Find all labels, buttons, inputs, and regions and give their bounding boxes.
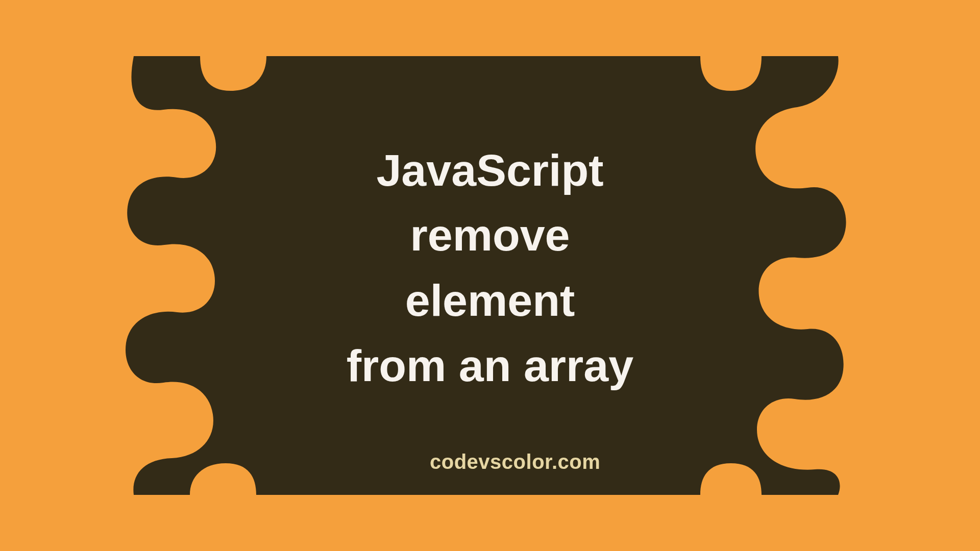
- banner-container: JavaScript remove element from an array …: [98, 56, 882, 495]
- title-line-3: element: [347, 268, 633, 333]
- title-line-4: from an array: [347, 333, 633, 398]
- content-wrapper: JavaScript remove element from an array …: [98, 56, 882, 495]
- title-line-2: remove: [347, 203, 633, 268]
- title-line-1: JavaScript: [347, 138, 633, 203]
- banner-title: JavaScript remove element from an array: [347, 138, 633, 398]
- site-attribution: codevscolor.com: [430, 450, 600, 473]
